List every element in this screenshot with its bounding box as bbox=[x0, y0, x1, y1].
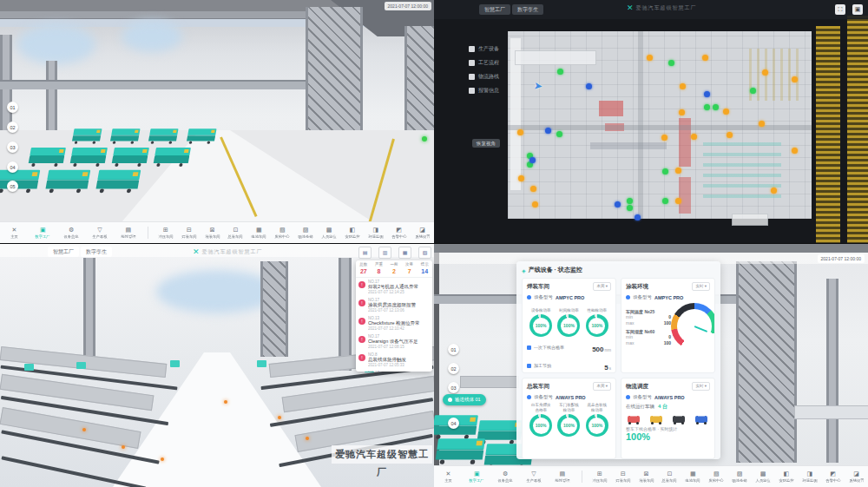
checkbox-icon[interactable] bbox=[469, 60, 475, 66]
toolbar-item-环境监测[interactable]: ◨环境监测 bbox=[798, 467, 821, 486]
map-dot-o[interactable] bbox=[532, 201, 538, 207]
map-dot-o[interactable] bbox=[675, 198, 681, 204]
toolbar-item-电池车间[interactable]: ▦电池车间 bbox=[681, 467, 705, 486]
panel-grid-tab[interactable]: ▥ bbox=[378, 247, 391, 259]
toolbar-item-电池车间[interactable]: ▦电池车间 bbox=[247, 223, 271, 242]
camera-position-arrow[interactable]: ➤ bbox=[533, 79, 543, 92]
checkbox-icon[interactable] bbox=[469, 88, 475, 94]
alarm-item[interactable]: !NO.17AGV小车电量过低2021-07-07 12:02:10 bbox=[356, 369, 432, 372]
toolbar-item-能耗管理[interactable]: ▤能耗管理 bbox=[114, 223, 142, 242]
poi-marker-03[interactable]: 03 bbox=[448, 382, 459, 393]
map-dot-b[interactable] bbox=[615, 201, 621, 207]
range-select[interactable]: 本周 ▾ bbox=[593, 382, 611, 391]
chip-digital-twin[interactable]: 数字孪生 bbox=[512, 4, 543, 15]
map-dot-g[interactable] bbox=[557, 69, 563, 75]
map-dot-b[interactable] bbox=[635, 214, 641, 220]
toolbar-item-涂装车间[interactable]: ⊠涂装车间 bbox=[635, 467, 658, 486]
map-dot-g[interactable] bbox=[556, 131, 562, 137]
toolbar-item-数字工厂[interactable]: ▣数字工厂 bbox=[463, 467, 491, 486]
toolbar-item-人员定位[interactable]: ▩人员定位 bbox=[752, 467, 775, 486]
layer-menu-item-工艺流程[interactable]: 工艺流程 bbox=[469, 59, 499, 67]
alarm-item[interactable]: !NO.8总装线体急停触发2021-07-07 12:05:33 bbox=[356, 351, 432, 369]
panel-setting-tab[interactable]: ▧ bbox=[418, 247, 431, 259]
car-icon[interactable] bbox=[628, 416, 640, 423]
map-dot-o[interactable] bbox=[679, 109, 685, 115]
map-dot-o[interactable] bbox=[759, 121, 765, 127]
map-dot-o[interactable] bbox=[762, 69, 768, 76]
map-dot-o[interactable] bbox=[702, 55, 708, 61]
alarm-item[interactable]: !NO.17焊装2号机器人通讯异常2021-07-07 12:14:25 bbox=[356, 278, 432, 296]
toolbar-item-主页[interactable]: ✕主页 bbox=[0, 223, 29, 242]
status-dot-green[interactable] bbox=[422, 136, 427, 141]
map-dot-o[interactable] bbox=[727, 132, 733, 138]
toolbar-item-物流仓储[interactable]: ▨物流仓储 bbox=[728, 467, 752, 486]
reset-view-button[interactable]: 恢复视角 bbox=[472, 139, 500, 148]
car-icon[interactable] bbox=[695, 416, 707, 423]
map-dot-o[interactable] bbox=[680, 83, 686, 89]
map-dot-g[interactable] bbox=[662, 168, 668, 174]
fullscreen-button[interactable]: ⛶ bbox=[835, 4, 845, 15]
alarm-item[interactable]: !NO.17涂装烘房温度超限报警2021-07-07 12:13:06 bbox=[356, 296, 432, 314]
map-dot-o[interactable] bbox=[771, 188, 777, 194]
chip-factory[interactable]: 智慧工厂 bbox=[48, 247, 79, 257]
map-dot-g[interactable] bbox=[750, 88, 756, 94]
layer-menu-item-物流路线[interactable]: 物流路线 bbox=[469, 73, 499, 81]
toolbar-item-主页[interactable]: ✕主页 bbox=[434, 467, 463, 486]
layers-button[interactable]: ▣ bbox=[852, 4, 863, 15]
map-dot-g[interactable] bbox=[668, 60, 674, 66]
chip-factory[interactable]: 智慧工厂 bbox=[479, 4, 510, 15]
panel-chart-tab[interactable]: ▦ bbox=[398, 247, 411, 259]
map-dot-o[interactable] bbox=[647, 55, 653, 61]
toolbar-item-设备总览[interactable]: ⚙设备总览 bbox=[57, 223, 86, 242]
map-dot-o[interactable] bbox=[792, 148, 798, 154]
toolbar-item-生产看板[interactable]: ▽生产看板 bbox=[520, 467, 549, 486]
poi-marker-04[interactable]: 04 bbox=[7, 161, 18, 173]
map-minimap[interactable] bbox=[732, 214, 768, 226]
map-dot-o[interactable] bbox=[723, 109, 729, 115]
map-dot-b[interactable] bbox=[529, 157, 536, 163]
toolbar-item-焊装车间[interactable]: ⊟焊装车间 bbox=[611, 467, 635, 486]
toolbar-item-环境监测[interactable]: ◨环境监测 bbox=[364, 223, 387, 242]
alarm-item[interactable]: !NO.17Clearsign 设备气压不足2021-07-07 12:08:1… bbox=[356, 332, 432, 351]
map-dot-o[interactable] bbox=[675, 168, 681, 174]
car-icon[interactable] bbox=[673, 416, 685, 423]
map-dot-b[interactable] bbox=[586, 83, 592, 89]
map-dot-b[interactable] bbox=[704, 91, 710, 97]
poi-marker-01[interactable]: 01 bbox=[7, 102, 18, 113]
poi-marker-02[interactable]: 02 bbox=[7, 122, 18, 133]
toolbar-item-质检中心[interactable]: ▧质检中心 bbox=[705, 467, 728, 486]
map-dot-g[interactable] bbox=[627, 198, 633, 204]
map-dot-o[interactable] bbox=[518, 175, 524, 181]
checkbox-icon[interactable] bbox=[469, 74, 475, 80]
toolbar-item-生产看板[interactable]: ▽生产看板 bbox=[86, 223, 115, 242]
toolbar-item-总装车间[interactable]: ⊡总装车间 bbox=[658, 467, 681, 486]
chip-digital-twin[interactable]: 数字孪生 bbox=[81, 247, 112, 257]
toolbar-item-能耗管理[interactable]: ▤能耗管理 bbox=[548, 467, 576, 486]
toolbar-item-系统设置[interactable]: ◪系统设置 bbox=[411, 223, 434, 242]
toolbar-item-安防监控[interactable]: ◧安防监控 bbox=[340, 223, 364, 242]
map-dot-g[interactable] bbox=[713, 104, 719, 110]
map-dot-o[interactable] bbox=[661, 135, 667, 141]
toolbar-item-冲压车间[interactable]: ⊞冲压车间 bbox=[154, 223, 177, 242]
map-dot-o[interactable] bbox=[517, 129, 523, 135]
map-dot-g[interactable] bbox=[704, 104, 710, 110]
map-dot-o[interactable] bbox=[691, 134, 697, 140]
layer-menu-item-生产设备[interactable]: 生产设备 bbox=[469, 45, 499, 53]
equipment-pill[interactable]: 输送线体 01 bbox=[443, 394, 486, 405]
toolbar-item-告警中心[interactable]: ◩告警中心 bbox=[387, 223, 411, 242]
panel-list-tab[interactable]: ▤ bbox=[358, 247, 372, 259]
map-dot-g[interactable] bbox=[627, 205, 633, 211]
checkbox-icon[interactable] bbox=[469, 46, 475, 52]
range-select[interactable]: 实时 ▾ bbox=[692, 382, 710, 391]
toolbar-item-焊装车间[interactable]: ⊟焊装车间 bbox=[177, 223, 201, 242]
map-dot-o[interactable] bbox=[792, 76, 798, 82]
alarm-item[interactable]: !NO.13Checkfixture 检测位异常2021-07-07 12:10… bbox=[356, 314, 432, 332]
poi-marker-03[interactable]: 03 bbox=[7, 141, 18, 153]
toolbar-item-涂装车间[interactable]: ⊠涂装车间 bbox=[201, 223, 224, 242]
toolbar-item-告警中心[interactable]: ◩告警中心 bbox=[821, 467, 845, 486]
toolbar-item-物流仓储[interactable]: ▨物流仓储 bbox=[294, 223, 318, 242]
toolbar-item-人员定位[interactable]: ▩人员定位 bbox=[318, 223, 341, 242]
poi-marker-02[interactable]: 02 bbox=[448, 363, 459, 374]
toolbar-item-系统设置[interactable]: ◪系统设置 bbox=[845, 467, 868, 486]
toolbar-item-冲压车间[interactable]: ⊞冲压车间 bbox=[588, 467, 611, 486]
